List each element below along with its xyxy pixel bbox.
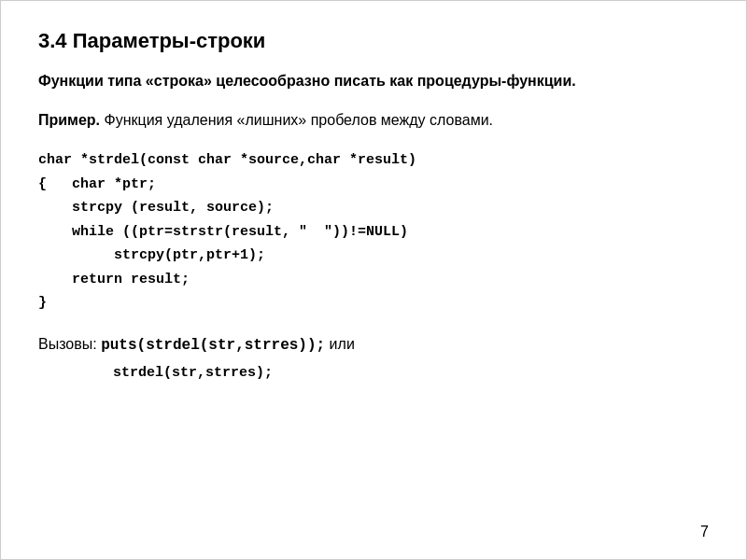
calls-or: или	[325, 336, 355, 352]
code-block: char *strdel(const char *source,char *re…	[38, 148, 709, 315]
code-line-4: while ((ptr=strstr(result, " "))!=NULL)	[38, 220, 709, 245]
code-line-1: char *strdel(const char *source,char *re…	[38, 148, 709, 173]
example-label: Пример.	[38, 112, 100, 128]
code-line-6: return result;	[38, 268, 709, 292]
intro-text: Функции типа «строка» целесообразно писа…	[38, 73, 576, 89]
slide-title: 3.4 Параметры-строки	[38, 29, 709, 53]
page-number: 7	[700, 524, 709, 540]
code-line-7: }	[38, 291, 709, 315]
example-paragraph: Пример. Функция удаления «лишних» пробел…	[38, 109, 709, 132]
intro-paragraph: Функции типа «строка» целесообразно писа…	[38, 70, 709, 92]
calls-line: Вызовы: puts(strdel(str,strres)); или	[38, 332, 709, 358]
calls-code-1: puts(strdel(str,strres));	[101, 337, 325, 354]
example-description: Функция удаления «лишних» пробелов между…	[100, 112, 493, 128]
calls-label: Вызовы:	[38, 336, 97, 352]
calls-line2: strdel(str,strres);	[113, 365, 709, 381]
code-line-3: strcpy (result, source);	[38, 196, 709, 220]
code-line-2: { char *ptr;	[38, 173, 709, 197]
slide: 3.4 Параметры-строки Функции типа «строк…	[0, 0, 747, 560]
code-line-5: strcpy(ptr,ptr+1);	[38, 244, 709, 268]
